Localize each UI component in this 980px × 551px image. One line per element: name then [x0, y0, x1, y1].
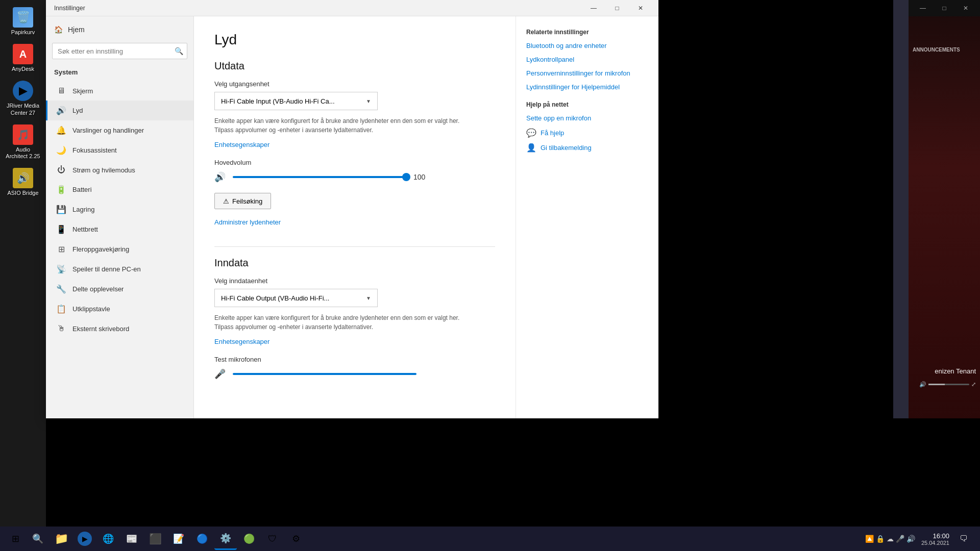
- minimize-button[interactable]: —: [582, 0, 605, 16]
- tablet-icon: 📱: [56, 224, 66, 234]
- sidebar-item-fleroppgave[interactable]: ⊞ Fleroppgavekjøring: [46, 239, 193, 259]
- desktop-icon-asio-bridge[interactable]: 🔊 ASIO Bridge: [3, 166, 43, 198]
- person-icon: 👤: [526, 143, 536, 153]
- input-device-label: Velg inndataenhet: [214, 277, 495, 285]
- home-icon: 🏠: [54, 26, 63, 34]
- volume-thumb[interactable]: [402, 173, 410, 181]
- output-device-dropdown[interactable]: Hi-Fi Cable Input (VB-Audio Hi-Fi Ca... …: [214, 92, 378, 110]
- mic-test-section: Test mikrofonen 🎤: [214, 356, 495, 380]
- chat-icon: 💬: [526, 128, 536, 138]
- search-icon: 🔍: [175, 47, 183, 55]
- window-title: Innstillinger: [54, 5, 85, 12]
- manage-devices-link[interactable]: Administrer lydenheter: [214, 218, 281, 226]
- volume-fill-small: [928, 384, 945, 385]
- start-button[interactable]: ⊞: [4, 528, 27, 550]
- jriver-icon: ▶: [13, 81, 33, 101]
- desktop-icon-audio-architect[interactable]: 🎵 Audio Architect 2.25: [3, 122, 43, 162]
- volume-speaker-icon: 🔊: [214, 171, 226, 183]
- taskbar-chrome[interactable]: 🌐: [97, 528, 119, 550]
- taskbar-file-explorer[interactable]: 📁: [50, 528, 72, 550]
- tray-cloud-icon: ☁: [887, 535, 894, 543]
- background-window-hint: [893, 0, 909, 418]
- bluetooth-link[interactable]: Bluetooth og andre enheter: [526, 42, 648, 49]
- sidebar-item-skjerm[interactable]: 🖥 Skjerm: [46, 81, 193, 101]
- taskbar-item-7[interactable]: 📝: [167, 528, 190, 550]
- setup-mic-link[interactable]: Sette opp en mikrofon: [526, 114, 648, 122]
- taskbar-folder-icon: 📁: [55, 532, 68, 545]
- input-device-value: Hi-Fi Cable Output (VB-Audio Hi-Fi...: [221, 294, 329, 302]
- feedback-link[interactable]: Gi tilbakemelding: [541, 144, 592, 152]
- sidebar-item-lyd[interactable]: 🔊 Lyd: [46, 101, 193, 120]
- asio-bridge-label: ASIO Bridge: [7, 190, 38, 196]
- sidebar-item-lagring[interactable]: 💾 Lagring: [46, 199, 193, 219]
- microphone-icon: 🎤: [214, 368, 226, 380]
- mic-level-bar: [233, 373, 416, 375]
- sidebar-item-nettbrett[interactable]: 📱 Nettbrett: [46, 219, 193, 239]
- tray-volume-icon[interactable]: 🔊: [906, 535, 915, 543]
- troubleshoot-button[interactable]: ⚠ Feilsøking: [214, 193, 271, 209]
- sound-control-panel-link[interactable]: Lydkontrollpanel: [526, 56, 648, 63]
- give-feedback-item[interactable]: 👤 Gi tilbakemelding: [526, 143, 648, 153]
- sidebar-item-eksternt[interactable]: 🖱 Eksternt skrivebord: [46, 319, 193, 338]
- settings-main-content: Lyd Utdata Velg utgangsenhet Hi-Fi Cable…: [194, 16, 516, 418]
- clock-area[interactable]: 16:00 25.04.2021: [917, 530, 953, 548]
- system-category-label: System: [46, 63, 193, 81]
- taskbar-item-green[interactable]: 🟢: [238, 528, 260, 550]
- focus-icon: 🌙: [56, 145, 66, 155]
- tray-up-arrow-icon[interactable]: 🔼: [865, 535, 874, 543]
- expand-icon: ⤢: [971, 381, 976, 388]
- get-help-item[interactable]: 💬 Få hjelp: [526, 128, 648, 138]
- taskbar-item-gear[interactable]: ⚙: [285, 528, 307, 550]
- maximize-button[interactable]: □: [605, 0, 629, 16]
- clipboard-icon: 📋: [56, 304, 66, 314]
- sidebar-label-lagring: Lagring: [72, 206, 94, 213]
- close-button[interactable]: ✕: [629, 0, 652, 16]
- home-nav-item[interactable]: 🏠 Hjem: [46, 20, 193, 39]
- taskbar-item-settings[interactable]: ⚙️: [214, 528, 237, 550]
- taskbar-search[interactable]: 🔍: [27, 528, 49, 550]
- sidebar-label-fokus: Fokusassistent: [72, 146, 117, 154]
- sidebar-item-fokusassistent[interactable]: 🌙 Fokusassistent: [46, 140, 193, 160]
- system-tray: 🔼 🔒 ☁ 🎤 🔊: [865, 535, 915, 543]
- sidebar-label-skjerm: Skjerm: [72, 87, 93, 95]
- taskbar-item-6[interactable]: ⬛: [144, 528, 166, 550]
- sidebar-label-utklipp: Utklippstavle: [72, 305, 110, 313]
- sidebar-label-delte: Delte opplevelser: [72, 285, 124, 293]
- output-device-properties-link[interactable]: Enhetsegenskaper: [214, 141, 270, 148]
- game-maximize-button[interactable]: □: [934, 0, 954, 16]
- multitask-icon: ⊞: [56, 244, 66, 254]
- game-close-button[interactable]: ✕: [955, 0, 976, 16]
- desktop-icon-jriver[interactable]: ▶ JRiver Media Center 27: [3, 79, 43, 118]
- warning-icon: ⚠: [223, 197, 229, 205]
- search-input[interactable]: [52, 43, 187, 59]
- input-device-dropdown[interactable]: Hi-Fi Cable Output (VB-Audio Hi-Fi... ▼: [214, 289, 378, 307]
- sidebar-item-batteri[interactable]: 🔋 Batteri: [46, 180, 193, 199]
- remote-desktop-icon: 🖱: [56, 324, 66, 333]
- taskbar-item-5[interactable]: 📰: [120, 528, 143, 550]
- recycle-bin-icon: 🗑️: [13, 7, 33, 28]
- sidebar-item-delte[interactable]: 🔧 Delte opplevelser: [46, 279, 193, 299]
- sidebar-item-strom[interactable]: ⏻ Strøm og hvilemodus: [46, 160, 193, 180]
- desktop-icon-anydesk[interactable]: A AnyDesk: [3, 42, 43, 74]
- taskbar-right: 🔼 🔒 ☁ 🎤 🔊 16:00 25.04.2021 🗨: [865, 528, 976, 550]
- sidebar-item-varslinger[interactable]: 🔔 Varslinger og handlinger: [46, 120, 193, 140]
- sidebar-item-speiler[interactable]: 📡 Speiler til denne PC-en: [46, 259, 193, 279]
- taskbar-jriver[interactable]: ▶: [74, 528, 96, 550]
- taskbar-item-8[interactable]: 🔵: [191, 528, 213, 550]
- taskbar-item-shield[interactable]: 🛡: [261, 528, 284, 550]
- game-minimize-button[interactable]: —: [913, 0, 933, 16]
- sidebar-item-utklipp[interactable]: 📋 Utklippstavle: [46, 299, 193, 319]
- volume-slider[interactable]: [233, 176, 406, 178]
- desktop-icon-recycle[interactable]: 🗑️ Papirkurv: [3, 5, 43, 38]
- windows-logo-icon: ⊞: [12, 533, 19, 544]
- mic-test-label: Test mikrofonen: [214, 356, 495, 363]
- accessibility-sound-link[interactable]: Lydinnstillinger for Hjelpemiddel: [526, 83, 648, 91]
- input-device-properties-link[interactable]: Enhetsegenskaper: [214, 338, 270, 345]
- volume-controls-area: 🔊 ⤢: [919, 381, 976, 388]
- audio-architect-label: Audio Architect 2.25: [5, 146, 41, 160]
- window-titlebar: Innstillinger — □ ✕: [46, 0, 658, 16]
- privacy-mic-link[interactable]: Personverninnstillinger for mikrofon: [526, 69, 648, 77]
- right-panel: Relaterte innstillinger Bluetooth og and…: [516, 16, 658, 418]
- notification-center-button[interactable]: 🗨: [955, 528, 972, 550]
- get-help-link[interactable]: Få hjelp: [541, 129, 564, 137]
